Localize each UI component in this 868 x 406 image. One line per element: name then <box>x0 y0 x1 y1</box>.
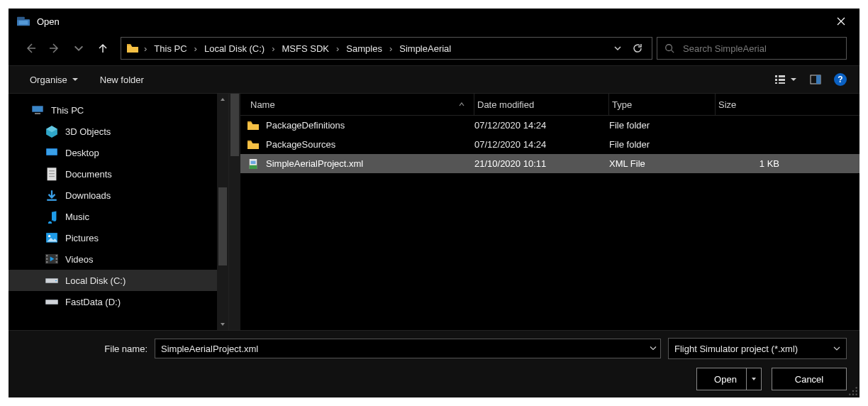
caret-down-icon <box>790 76 797 83</box>
organise-menu[interactable]: Organise <box>30 75 79 85</box>
svg-rect-30 <box>56 261 57 263</box>
sidebar-scrollbar[interactable] <box>217 94 228 330</box>
chevron-right-icon[interactable]: › <box>267 43 279 54</box>
chevron-down-icon <box>833 345 840 352</box>
filter-label: Flight Simulator project (*.xml) <box>674 344 798 354</box>
scrollbar-thumb[interactable] <box>218 187 227 265</box>
svg-rect-21 <box>47 199 57 201</box>
svg-rect-28 <box>56 255 57 256</box>
refresh-icon[interactable] <box>632 43 643 54</box>
filename-input[interactable] <box>155 339 661 358</box>
chevron-right-icon[interactable]: › <box>140 43 151 54</box>
videos-icon <box>45 253 58 265</box>
scroll-up-icon[interactable] <box>217 94 228 105</box>
file-name: PackageDefinitions <box>266 120 345 131</box>
caret-down-icon <box>751 376 757 382</box>
folder-icon <box>247 121 259 131</box>
svg-point-39 <box>856 387 857 388</box>
tree-label: Videos <box>65 254 94 265</box>
column-header-name[interactable]: Name <box>247 94 474 115</box>
breadcrumb-folder-3[interactable]: SimpleAerial <box>398 43 452 54</box>
nav-forward-button[interactable] <box>48 42 61 55</box>
content-scrollbar[interactable] <box>229 94 240 330</box>
file-type: File folder <box>609 120 716 131</box>
tree-label: Music <box>65 212 89 222</box>
breadcrumb-this-pc[interactable]: This PC <box>152 43 188 54</box>
search-box[interactable] <box>657 37 847 60</box>
titlebar: Open <box>9 9 859 34</box>
open-button[interactable]: Open <box>696 368 762 390</box>
tree-label: 3D Objects <box>65 126 111 137</box>
svg-rect-19 <box>49 173 55 174</box>
filename-history-dropdown[interactable] <box>650 344 657 354</box>
breadcrumb-folder-1[interactable]: MSFS SDK <box>281 43 330 54</box>
sidebar-item-videos[interactable]: Videos <box>9 248 217 270</box>
column-header-size[interactable]: Size <box>716 94 786 115</box>
sort-ascending-icon <box>458 101 465 108</box>
sidebar-item-3d-objects[interactable]: 3D Objects <box>9 121 217 142</box>
file-row[interactable]: PackageDefinitions 07/12/2020 14:24 File… <box>240 116 859 135</box>
navigation-bar: › This PC › Local Disk (C:) › MSFS SDK ›… <box>9 34 859 65</box>
drive-icon <box>45 275 58 286</box>
svg-rect-4 <box>775 75 777 77</box>
sidebar-item-fastdata-d[interactable]: FastData (D:) <box>9 291 217 312</box>
file-type: XML File <box>609 158 716 169</box>
svg-point-23 <box>48 235 50 237</box>
pc-icon <box>31 104 44 116</box>
search-input[interactable] <box>681 43 839 55</box>
sidebar-item-desktop[interactable]: Desktop <box>9 142 217 163</box>
filename-label: File name: <box>21 344 148 354</box>
sidebar-item-local-disk-c[interactable]: Local Disk (C:) <box>9 270 217 291</box>
svg-rect-14 <box>35 113 40 114</box>
tree-label: Documents <box>65 169 112 180</box>
chevron-right-icon[interactable]: › <box>190 43 201 54</box>
resize-grip-icon[interactable] <box>848 386 858 396</box>
view-options-button[interactable] <box>774 74 797 85</box>
breadcrumb-folder-2[interactable]: Samples <box>345 43 384 54</box>
sidebar-item-this-pc[interactable]: This PC <box>9 99 217 121</box>
folder-icon <box>127 43 138 53</box>
column-header-type[interactable]: Type <box>609 94 716 115</box>
sidebar-item-pictures[interactable]: Pictures <box>9 227 217 248</box>
preview-pane-button[interactable] <box>810 74 821 85</box>
cancel-button[interactable]: Cancel <box>772 368 847 390</box>
column-header-modified[interactable]: Date modified <box>474 94 609 115</box>
chevron-right-icon[interactable]: › <box>385 43 396 54</box>
svg-rect-18 <box>49 170 55 171</box>
dialog-footer: File name: Flight Simulator project (*.x… <box>9 330 859 397</box>
sidebar-item-documents[interactable]: Documents <box>9 163 217 185</box>
svg-rect-26 <box>46 258 48 260</box>
cancel-label: Cancel <box>795 374 823 385</box>
cube-icon <box>45 126 58 137</box>
chevron-right-icon[interactable]: › <box>332 43 343 54</box>
svg-rect-11 <box>816 75 820 84</box>
tree-label: FastData (D:) <box>65 297 121 307</box>
breadcrumb-drive[interactable]: Local Disk (C:) <box>203 43 266 54</box>
chevron-down-icon[interactable] <box>613 44 622 53</box>
sidebar-item-music[interactable]: Music <box>9 206 217 227</box>
help-button[interactable]: ? <box>834 73 847 86</box>
open-split-dropdown[interactable] <box>746 368 761 390</box>
svg-rect-7 <box>779 75 785 77</box>
file-modified: 07/12/2020 14:24 <box>474 139 609 150</box>
close-button[interactable] <box>825 10 857 33</box>
svg-rect-13 <box>33 106 43 111</box>
svg-point-41 <box>856 394 857 395</box>
nav-recent-button[interactable] <box>72 42 85 55</box>
caret-down-icon <box>72 76 79 83</box>
file-row[interactable]: SimpleAerialProject.xml 21/10/2020 10:11… <box>240 154 859 173</box>
file-modified: 21/10/2020 10:11 <box>474 158 609 169</box>
music-icon <box>45 211 58 222</box>
file-row[interactable]: PackageSources 07/12/2020 14:24 File fol… <box>240 135 859 154</box>
search-icon <box>664 43 674 53</box>
main-area: This PC 3D Objects Desktop Documents Dow… <box>9 94 859 330</box>
new-folder-button[interactable]: New folder <box>100 75 144 85</box>
column-headers: Name Date modified Type Size <box>240 94 859 116</box>
scroll-down-icon[interactable] <box>217 319 228 330</box>
sidebar-item-downloads[interactable]: Downloads <box>9 185 217 206</box>
nav-up-button[interactable] <box>96 42 109 55</box>
svg-rect-38 <box>251 160 256 163</box>
nav-back-button[interactable] <box>24 42 37 55</box>
file-type-filter[interactable]: Flight Simulator project (*.xml) <box>668 338 847 359</box>
address-bar[interactable]: › This PC › Local Disk (C:) › MSFS SDK ›… <box>121 37 652 60</box>
